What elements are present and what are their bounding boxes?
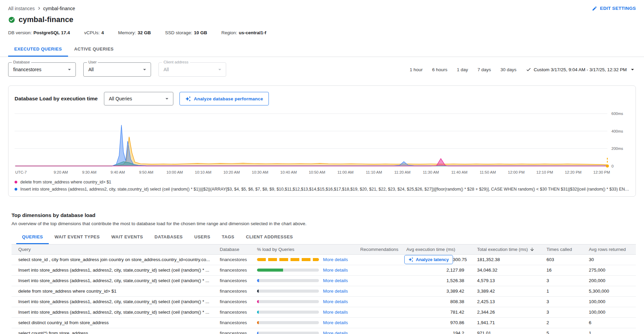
query-cell[interactable]: select count(*) from store_address	[12, 331, 220, 334]
tab-active-queries[interactable]: ACTIVE QUERIES	[68, 41, 120, 57]
column-header-avg-execution-time-ms[interactable]: Avg execution time (ms)	[404, 247, 477, 252]
more-details-link[interactable]: More details	[323, 278, 348, 283]
analyze-database-performance-label: Analyze database performance	[194, 96, 263, 101]
more-details-link[interactable]: More details	[323, 331, 348, 334]
more-details-link[interactable]: More details	[323, 320, 348, 325]
filter-database[interactable]: Databasefinancestores	[8, 62, 76, 77]
filter-client-address[interactable]: Client addressAll	[158, 62, 226, 77]
svg-text:10:50 AM: 10:50 AM	[309, 170, 325, 174]
column-header-load-by-queries[interactable]: % load by Queries	[257, 247, 360, 252]
dim-tab-users[interactable]: USERS	[189, 230, 216, 244]
chart-legend: delete from store_address where country_…	[15, 180, 629, 192]
database-cell: financestores	[220, 257, 257, 262]
range-30-days[interactable]: 30 days	[500, 67, 516, 72]
database-cell: financestores	[220, 310, 257, 315]
more-details-link[interactable]: More details	[323, 289, 348, 294]
avg-exec-value: 1,526.38	[446, 278, 464, 283]
total-exec-cell: 1,941.71	[477, 320, 546, 325]
range-custom[interactable]: Custom 3/17/25, 9:04 AM - 3/17/25, 12:32…	[526, 66, 636, 73]
total-exec-cell: 971.01	[477, 331, 546, 334]
query-cell[interactable]: delete from store_address where country_…	[12, 289, 220, 294]
table-body: select store_id , city from store_addres…	[12, 255, 636, 334]
range-6-hours[interactable]: 6 hours	[432, 67, 447, 72]
database-cell: financestores	[220, 320, 257, 325]
query-cell[interactable]: Insert into store_address (address1, add…	[12, 268, 220, 273]
query-cell[interactable]: Insert into store_address (address1, add…	[12, 299, 220, 304]
filter-label: User	[87, 60, 98, 64]
load-cell: More details	[257, 320, 360, 325]
query-cell[interactable]: select distinct country_id from store_ad…	[12, 320, 220, 325]
meta-label: DB version:	[8, 30, 32, 35]
svg-text:11:50 AM: 11:50 AM	[480, 170, 496, 174]
more-details-link[interactable]: More details	[323, 257, 348, 262]
svg-text:400ms: 400ms	[611, 129, 623, 133]
sort-desc-icon[interactable]	[530, 247, 535, 252]
query-cell[interactable]: Insert into store_address (address1, add…	[12, 278, 220, 283]
avg-exec-value: 300.75	[453, 257, 467, 262]
dim-tab-wait-event-types[interactable]: WAIT EVENT TYPES	[49, 230, 106, 244]
chart-title: Database Load by execution time	[15, 96, 98, 102]
more-details-link[interactable]: More details	[323, 310, 348, 315]
query-filter-value: All Queries	[109, 96, 132, 101]
legend-label: Insert into store_address (address1, add…	[20, 187, 629, 192]
query-cell[interactable]: Insert into store_address (address1, add…	[12, 310, 220, 315]
filter-user[interactable]: UserAll	[83, 62, 151, 77]
filter-label: Database	[12, 60, 31, 64]
dim-tab-client-addresses[interactable]: CLIENT ADDRESSES	[240, 230, 299, 244]
column-header-times-called[interactable]: Times called	[546, 247, 589, 252]
load-bar-fill	[257, 258, 319, 261]
svg-text:11:20 AM: 11:20 AM	[394, 170, 411, 174]
legend-item-0[interactable]: delete from store_address where country_…	[15, 180, 629, 184]
dim-tab-tags[interactable]: TAGS	[216, 230, 240, 244]
healthy-status-icon	[8, 16, 15, 23]
table-row-0: select store_id , city from store_addres…	[12, 255, 636, 265]
time-range-selector: 1 hour6 hours1 day7 days30 daysCustom 3/…	[410, 66, 636, 73]
query-filter-select[interactable]: All Queries	[104, 92, 173, 105]
range-7-days[interactable]: 7 days	[477, 67, 491, 72]
database-cell: financestores	[220, 268, 257, 273]
dim-tab-databases[interactable]: DATABASES	[149, 230, 188, 244]
load-bar-fill	[257, 332, 258, 334]
column-header-recommendations[interactable]: Recommendations	[360, 247, 404, 252]
legend-item-1[interactable]: Insert into store_address (address1, add…	[15, 187, 629, 192]
load-cell: More details	[257, 299, 360, 304]
load-bar-fill	[257, 311, 259, 314]
check-icon	[526, 67, 531, 72]
column-header-query[interactable]: Query	[12, 247, 220, 252]
query-insights-page: All instances cymbal-finance EDIT SETTIN…	[0, 0, 644, 334]
legend-dot	[15, 188, 17, 191]
table-row-7: select count(*) from store_addressfinanc…	[12, 328, 636, 334]
column-header-avg-rows-returned[interactable]: Avg rows returned	[589, 247, 636, 252]
chevron-down-icon	[216, 66, 223, 73]
range-1-hour[interactable]: 1 hour	[410, 67, 423, 72]
load-chart-svg: 600ms400ms200ms0UTC-79:20 AM9:30 AM9:40 …	[15, 109, 629, 177]
queries-table: QueryDatabase% load by QueriesRecommenda…	[12, 244, 636, 334]
query-mode-tabs: EXECUTED QUERIESACTIVE QUERIES	[0, 41, 644, 57]
edit-settings-button[interactable]: EDIT SETTINGS	[592, 6, 636, 11]
filter-value: All	[88, 67, 94, 72]
svg-text:12:30 PM: 12:30 PM	[593, 170, 610, 174]
chevron-down-icon	[66, 66, 73, 73]
load-cell: More details	[257, 268, 360, 273]
query-cell[interactable]: select store_id , city from store_addres…	[12, 257, 220, 262]
more-details-link[interactable]: More details	[323, 299, 348, 304]
column-header-total-execution-time-ms[interactable]: Total execution time (ms)	[477, 247, 546, 252]
avg-rows-cell: 1	[589, 331, 636, 334]
range-custom-label: Custom 3/17/25, 9:04 AM - 3/17/25, 12:32…	[534, 67, 627, 72]
svg-text:11:00 AM: 11:00 AM	[337, 170, 353, 174]
analyze-latency-button[interactable]: Analyze latency	[404, 255, 453, 264]
analyze-database-performance-button[interactable]: Analyze database performance	[179, 92, 269, 105]
load-chart[interactable]: 600ms400ms200ms0UTC-79:20 AM9:30 AM9:40 …	[15, 109, 629, 177]
table-row-4: Insert into store_address (address1, add…	[12, 297, 636, 307]
range-1-day[interactable]: 1 day	[457, 67, 468, 72]
legend-label: delete from store_address where country_…	[20, 180, 111, 184]
load-bar	[257, 279, 319, 282]
breadcrumb-all-instances[interactable]: All instances	[8, 6, 35, 11]
filter-value: All	[164, 67, 169, 72]
dim-tab-queries[interactable]: QUERIES	[16, 230, 49, 244]
column-header-database[interactable]: Database	[220, 247, 257, 252]
more-details-link[interactable]: More details	[323, 268, 348, 273]
dim-tab-wait-events[interactable]: WAIT EVENTS	[106, 230, 149, 244]
tab-executed-queries[interactable]: EXECUTED QUERIES	[8, 41, 68, 57]
meta-label: Region:	[221, 30, 237, 35]
